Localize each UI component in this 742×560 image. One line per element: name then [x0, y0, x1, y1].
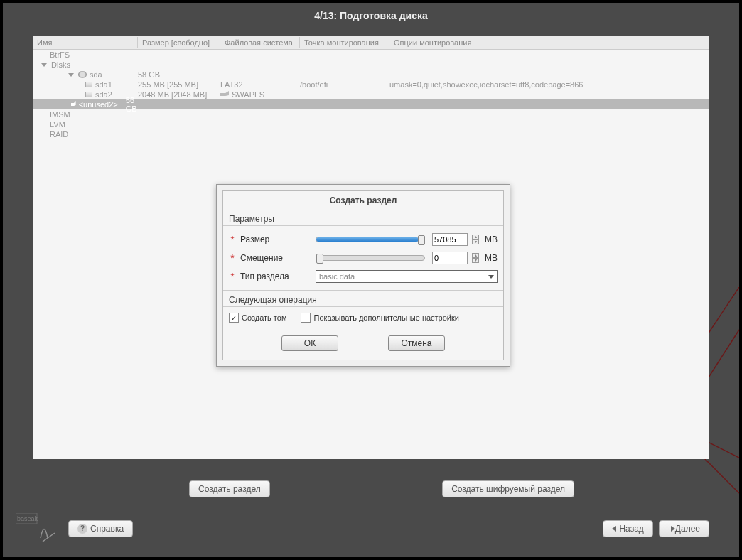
chevron-down-icon [488, 275, 494, 279]
cancel-button[interactable]: Отмена [388, 335, 445, 351]
create-partition-button[interactable]: Создать раздел [189, 480, 270, 497]
type-value: basic data [319, 272, 355, 281]
expander-icon[interactable] [68, 73, 74, 77]
tree-row-unused[interactable]: <unused2> 56 GB [33, 99, 709, 109]
size-cell: 2048 MB [2048 MB] [138, 90, 220, 99]
tree-label: BtrFS [33, 50, 138, 59]
tree-label: Disks [51, 60, 70, 69]
type-label: Тип раздела [240, 271, 311, 281]
svg-text:basealt: basealt [17, 515, 38, 522]
col-fs[interactable]: Файловая система [220, 37, 300, 48]
type-select[interactable]: basic data [316, 270, 498, 283]
col-opts[interactable]: Опции монтирования [389, 37, 709, 48]
show-advanced-label: Показывать дополнительные настройки [313, 313, 459, 322]
fs-cell: FAT32 [220, 80, 300, 89]
ok-button[interactable]: ОК [281, 335, 338, 351]
tree-label: <unused2> [79, 100, 118, 109]
dialog-title: Создать раздел [223, 191, 503, 210]
next-label: Далее [675, 524, 700, 534]
create-encrypted-partition-button[interactable]: Создать шифруемый раздел [442, 480, 574, 497]
back-label: Назад [619, 524, 643, 534]
show-advanced-checkbox[interactable] [301, 313, 311, 323]
next-button[interactable]: Далее [659, 520, 709, 537]
next-op-label: Следующая операция [223, 291, 503, 306]
tree-label: LVM [33, 120, 138, 129]
col-size[interactable]: Размер [свободно] [138, 37, 220, 48]
disk-icon [78, 71, 87, 78]
size-unit: MB [485, 235, 498, 244]
arrow-left-icon [612, 526, 616, 532]
size-input[interactable] [432, 233, 468, 246]
size-cell: 58 GB [138, 70, 220, 79]
offset-spinner[interactable]: ▴▾ [472, 253, 480, 263]
offset-unit: MB [485, 253, 498, 263]
help-button[interactable]: ? Справка [68, 520, 133, 537]
col-mount[interactable]: Точка монтирования [300, 37, 389, 48]
tree-row-sda1[interactable]: sda1 255 MB [255 MB] FAT32 /boot/efi uma… [33, 80, 709, 90]
slider-thumb[interactable] [418, 235, 425, 245]
expander-icon[interactable] [41, 63, 47, 67]
partition-icon [85, 82, 92, 87]
tree-label: sda1 [95, 80, 112, 89]
slider-thumb[interactable] [316, 254, 323, 264]
fs-cell: SWAPFS [232, 90, 264, 99]
wrench-icon [220, 91, 229, 98]
create-volume-label: Создать том [242, 313, 286, 322]
back-button[interactable]: Назад [603, 520, 652, 537]
mount-cell: /boot/efi [300, 80, 389, 89]
required-icon: * [229, 234, 236, 245]
distro-logo: basealt [16, 513, 58, 542]
opts-cell: umask=0,quiet,showexec,iocharset=utf8,co… [389, 80, 709, 89]
help-label: Справка [90, 524, 124, 534]
required-icon: * [229, 252, 236, 264]
size-row: * Размер ▴▾ MB [229, 230, 498, 249]
tree-label: sda [90, 70, 102, 79]
col-name[interactable]: Имя [33, 37, 138, 48]
tree-row-lvm[interactable]: LVM [33, 119, 709, 129]
help-icon: ? [77, 524, 87, 534]
tree-row-sda[interactable]: sda 58 GB [33, 70, 709, 80]
offset-label: Смещение [240, 253, 311, 263]
offset-row: * Смещение ▴▾ MB [229, 249, 498, 267]
tree-row-imsm[interactable]: IMSM [33, 109, 709, 119]
tree-row-disks[interactable]: Disks [33, 60, 709, 70]
size-label: Размер [240, 235, 311, 244]
create-volume-checkbox[interactable]: ✓ [229, 313, 239, 323]
required-icon: * [229, 271, 236, 282]
tree-header: Имя Размер [свободно] Файловая система Т… [33, 36, 709, 50]
tree-row-raid[interactable]: RAID [33, 129, 709, 139]
wrench-icon [71, 101, 76, 108]
tree-row-btrfs[interactable]: BtrFS [33, 50, 709, 60]
offset-slider[interactable] [316, 255, 425, 261]
tree-label: IMSM [33, 110, 138, 119]
page-title: 4/13: Подготовка диска [3, 3, 739, 28]
offset-input[interactable] [432, 252, 468, 264]
tree-label: RAID [33, 130, 138, 139]
size-spinner[interactable]: ▴▾ [472, 235, 480, 244]
params-section-label: Параметры [223, 210, 503, 225]
type-row: * Тип раздела basic data [229, 267, 498, 286]
size-slider[interactable] [316, 237, 425, 242]
size-cell: 255 MB [255 MB] [138, 80, 220, 89]
create-partition-dialog: Создать раздел Параметры * Размер ▴▾ MB … [216, 184, 510, 367]
